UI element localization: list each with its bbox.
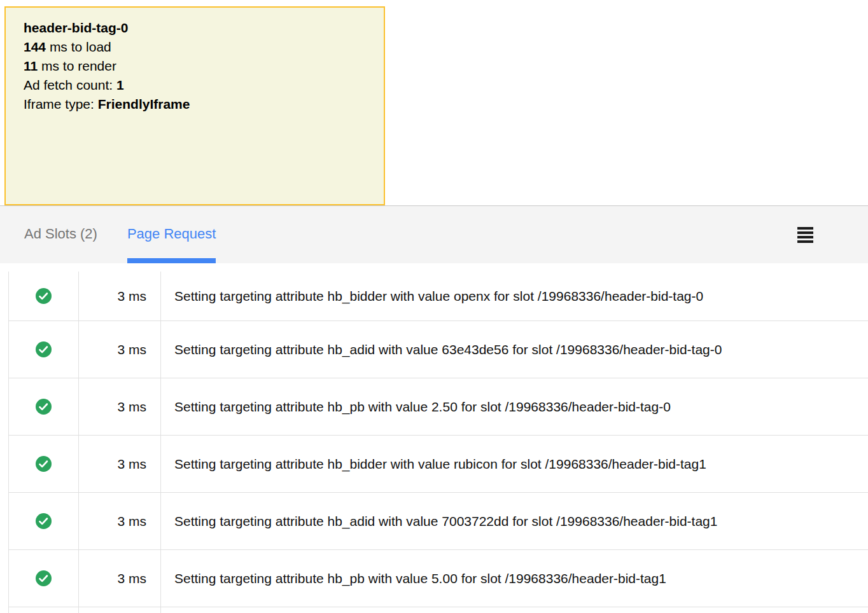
log-time: 3 ms [79, 378, 161, 435]
status-cell [9, 378, 79, 435]
log-row-clipped [8, 607, 868, 613]
slot-name: header-bid-tag-0 [24, 18, 366, 38]
ad-fetch-count-value: 1 [116, 78, 124, 92]
status-cell [9, 493, 79, 549]
menu-icon-bar [797, 240, 813, 243]
success-icon [36, 456, 52, 472]
log-message: Setting targeting attribute hb_bidder wi… [161, 436, 868, 492]
log-table: 3 ms Setting targeting attribute hb_bidd… [8, 272, 868, 613]
status-cell [9, 321, 79, 378]
status-cell [9, 436, 79, 492]
log-time [79, 607, 161, 613]
success-icon [36, 570, 52, 586]
load-time-label: ms to load [46, 39, 111, 54]
log-time: 3 ms [79, 272, 161, 320]
render-time-label: ms to render [38, 59, 116, 73]
log-time: 3 ms [79, 321, 161, 378]
ad-fetch-count-line: Ad fetch count: 1 [24, 76, 366, 95]
status-cell [9, 550, 79, 607]
log-message: Setting targeting attribute hb_bidder wi… [161, 272, 868, 320]
menu-icon-bar [797, 231, 813, 234]
log-row: 3 ms Setting targeting attribute hb_pb w… [8, 378, 868, 436]
status-cell [9, 607, 79, 613]
success-icon [36, 288, 52, 304]
log-message: Setting targeting attribute hb_adid with… [161, 493, 868, 549]
render-time-value: 11 [24, 59, 38, 73]
log-time: 3 ms [79, 493, 161, 549]
menu-icon-bar [797, 236, 813, 238]
iframe-type-line: Iframe type: FriendlyIframe [24, 95, 366, 114]
iframe-type-value: FriendlyIframe [98, 97, 190, 111]
log-message: Setting targeting attribute hb_pb with v… [161, 550, 868, 607]
iframe-type-label: Iframe type: [24, 97, 98, 111]
menu-icon-bar [797, 227, 813, 230]
log-row: 3 ms Setting targeting attribute hb_pb w… [8, 550, 868, 607]
publisher-console: header-bid-tag-0 144 ms to load 11 ms to… [0, 0, 868, 613]
success-icon [36, 513, 52, 529]
console-tab-bar: Ad Slots (2) Page Request [0, 205, 868, 263]
ad-fetch-count-label: Ad fetch count: [24, 78, 116, 92]
load-time-line: 144 ms to load [24, 38, 366, 57]
log-message: Setting targeting attribute hb_pb with v… [161, 378, 868, 435]
tab-page-request[interactable]: Page Request [127, 206, 216, 263]
render-time-line: 11 ms to render [24, 57, 366, 76]
log-message [161, 607, 868, 613]
success-icon [36, 341, 52, 357]
log-message: Setting targeting attribute hb_adid with… [161, 321, 868, 378]
log-row: 3 ms Setting targeting attribute hb_bidd… [8, 272, 868, 321]
log-time: 3 ms [79, 550, 161, 607]
tab-ad-slots[interactable]: Ad Slots (2) [24, 206, 97, 263]
log-row: 3 ms Setting targeting attribute hb_bidd… [8, 436, 868, 493]
log-time: 3 ms [79, 436, 161, 492]
success-icon [36, 399, 52, 415]
log-row: 3 ms Setting targeting attribute hb_adid… [8, 321, 868, 378]
list-menu-icon[interactable] [797, 227, 813, 243]
log-row: 3 ms Setting targeting attribute hb_adid… [8, 493, 868, 550]
status-cell [9, 272, 79, 320]
slot-info-box: header-bid-tag-0 144 ms to load 11 ms to… [4, 6, 385, 205]
load-time-value: 144 [24, 39, 46, 54]
